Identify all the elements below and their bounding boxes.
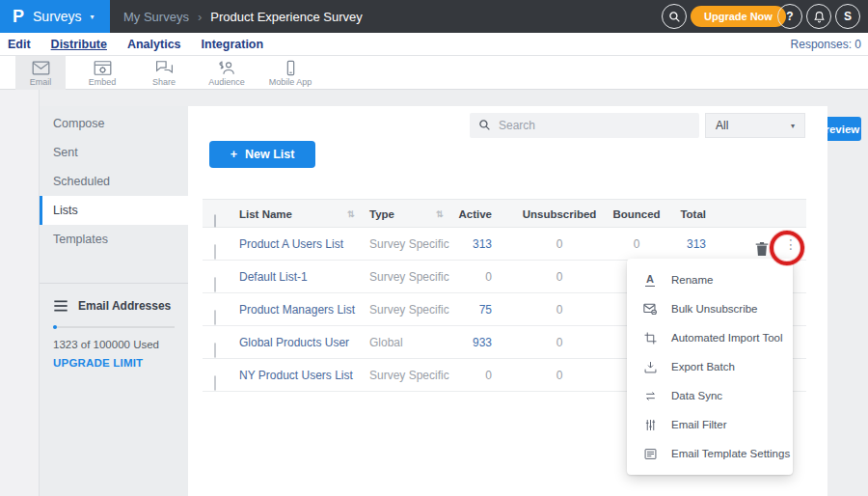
col-active: Active xyxy=(415,200,492,229)
row-checkbox[interactable] xyxy=(214,375,216,391)
menu-item-rename[interactable]: A Rename xyxy=(627,265,793,294)
sidebar-item-sent[interactable]: Sent xyxy=(40,138,188,167)
notifications-button[interactable] xyxy=(806,4,831,29)
tab-edit[interactable]: Edit xyxy=(8,38,31,51)
sync-icon xyxy=(642,390,658,402)
sidebar-item-templates[interactable]: Templates xyxy=(40,225,188,254)
row-checkbox[interactable] xyxy=(214,244,216,260)
sidebar-item-compose[interactable]: Compose xyxy=(40,109,188,138)
download-icon xyxy=(642,361,658,373)
responses-count[interactable]: Responses: 0 xyxy=(791,33,861,56)
question-mark-icon: ? xyxy=(786,10,793,23)
toolbar-tab-label: Embed xyxy=(89,77,117,87)
crop-import-icon xyxy=(642,332,658,344)
app-window: P Surveys ▾ My Surveys › Product Experie… xyxy=(0,0,868,496)
bulk-unsubscribe-icon xyxy=(642,303,658,315)
list-type: Global xyxy=(369,326,403,359)
active-count[interactable]: 75 xyxy=(415,293,492,326)
menu-item-label: Rename xyxy=(671,274,713,286)
col-total: Total xyxy=(648,200,706,229)
list-name-link[interactable]: Global Products User xyxy=(239,326,349,359)
toolbar-tab-audience[interactable]: Audience xyxy=(202,56,252,90)
unsubscribed-count: 0 xyxy=(521,359,598,392)
active-count: 0 xyxy=(415,359,492,392)
row-checkbox[interactable] xyxy=(214,277,216,292)
menu-item-data-sync[interactable]: Data Sync xyxy=(627,381,793,410)
col-type[interactable]: Type xyxy=(369,200,394,229)
select-all-checkbox[interactable] xyxy=(214,214,216,228)
surveys-product-menu[interactable]: P Surveys ▾ xyxy=(0,0,110,33)
menu-item-label: Email Template Settings xyxy=(671,448,790,459)
menu-item-label: Bulk Unsubscribe xyxy=(671,303,757,315)
list-name-link[interactable]: Product Managers List xyxy=(239,293,355,326)
left-gutter xyxy=(0,90,40,496)
active-count: 0 xyxy=(415,261,492,293)
menu-item-email-filter[interactable]: Email Filter xyxy=(627,410,793,439)
table-row: Product A Users List Survey Specific 313… xyxy=(203,228,806,261)
annotation-red-circle xyxy=(770,231,804,265)
menu-item-email-template-settings[interactable]: Email Template Settings xyxy=(627,439,793,468)
audience-icon xyxy=(218,60,236,76)
survey-nav: Edit Distribute Analytics Integration Re… xyxy=(0,33,868,56)
toolbar-tab-label: Audience xyxy=(208,77,245,87)
email-addresses-title: Email Addresses xyxy=(78,299,171,313)
chevron-down-icon: ▾ xyxy=(791,122,795,130)
new-list-label: New List xyxy=(245,148,294,161)
tab-analytics[interactable]: Analytics xyxy=(127,38,181,51)
search-icon xyxy=(478,119,491,131)
breadcrumb-separator: › xyxy=(198,10,202,24)
row-checkbox[interactable] xyxy=(214,310,216,325)
tab-distribute[interactable]: Distribute xyxy=(51,38,107,51)
active-count[interactable]: 313 xyxy=(415,228,492,261)
questionpro-logo: P xyxy=(13,7,24,27)
sort-icon[interactable]: ⇅ xyxy=(347,200,355,229)
avatar-initial: S xyxy=(844,10,852,23)
filter-selected-value: All xyxy=(716,119,728,132)
mobile-app-icon xyxy=(282,60,300,76)
email-icon xyxy=(32,60,50,76)
search-button[interactable] xyxy=(662,4,687,29)
breadcrumb-my-surveys[interactable]: My Surveys xyxy=(123,10,189,24)
upgrade-limit-link[interactable]: UPGRADE LIMIT xyxy=(53,357,175,369)
email-usage-progress xyxy=(53,326,175,328)
search-input[interactable] xyxy=(470,113,699,138)
toolbar-tab-mobile-app[interactable]: Mobile App xyxy=(261,56,319,90)
toolbar-tab-share[interactable]: Share xyxy=(139,56,189,90)
email-usage-progress-fill xyxy=(53,325,57,329)
menu-item-label: Data Sync xyxy=(671,390,722,401)
row-actions-context-menu: A Rename Bulk Unsubscribe Automated Impo… xyxy=(627,259,793,475)
sidebar-item-lists[interactable]: Lists xyxy=(40,196,188,225)
unsubscribed-count: 0 xyxy=(521,326,598,359)
col-unsubscribed: Unsubscribed xyxy=(521,200,598,229)
menu-item-automated-import-tool[interactable]: Automated Import Tool xyxy=(627,323,793,352)
upgrade-now-button[interactable]: Upgrade Now xyxy=(691,6,786,27)
search-icon xyxy=(668,11,681,23)
email-usage-text: 1323 of 100000 Used xyxy=(53,339,175,350)
active-count[interactable]: 933 xyxy=(415,326,492,359)
toolbar-tab-embed[interactable]: Embed xyxy=(77,56,127,90)
menu-item-label: Export Batch xyxy=(671,361,735,372)
template-settings-icon xyxy=(642,448,658,460)
new-list-button[interactable]: + New List xyxy=(209,141,315,168)
row-checkbox[interactable] xyxy=(214,343,216,358)
list-name-link[interactable]: Default List-1 xyxy=(239,261,308,293)
menu-item-label: Email Filter xyxy=(671,419,727,430)
user-avatar[interactable]: S xyxy=(835,4,860,29)
toolbar-tab-email[interactable]: Email xyxy=(15,56,66,90)
list-name-link[interactable]: NY Product Users List xyxy=(239,359,353,392)
filter-sliders-icon xyxy=(642,419,658,431)
lists-panel: All ▾ + New List List Name ⇅ Type ⇅ Acti… xyxy=(188,106,827,496)
menu-item-bulk-unsubscribe[interactable]: Bulk Unsubscribe xyxy=(627,294,793,323)
tab-integration[interactable]: Integration xyxy=(202,38,264,51)
menu-item-export-batch[interactable]: Export Batch xyxy=(627,352,793,381)
list-filter-dropdown[interactable]: All ▾ xyxy=(705,113,805,138)
chevron-down-icon: ▾ xyxy=(91,13,95,21)
help-button[interactable]: ? xyxy=(777,4,802,29)
list-name-link[interactable]: Product A Users List xyxy=(239,228,343,261)
embed-icon xyxy=(94,60,112,76)
bell-icon xyxy=(813,11,826,23)
sidebar-item-scheduled[interactable]: Scheduled xyxy=(40,167,188,196)
unsubscribed-count: 0 xyxy=(521,293,598,326)
col-list-name[interactable]: List Name xyxy=(239,200,292,229)
menu-item-label: Automated Import Tool xyxy=(671,332,783,344)
